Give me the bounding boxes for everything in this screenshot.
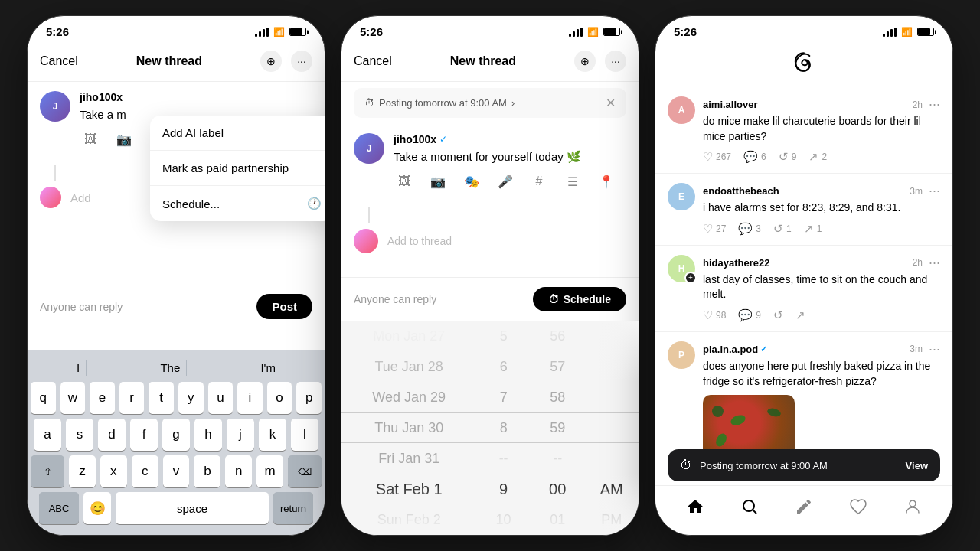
key-a[interactable]: a: [34, 419, 61, 451]
camera-icon-2[interactable]: 📷: [427, 171, 449, 192]
more-post-3[interactable]: ···: [929, 255, 940, 271]
like-post-3[interactable]: ♡ 98: [703, 308, 726, 322]
key-o[interactable]: o: [267, 382, 292, 414]
picker-col-ampm[interactable]: AM PM: [584, 321, 639, 535]
username-post-3[interactable]: hidayathere22: [703, 257, 769, 269]
key-return[interactable]: return: [273, 492, 313, 524]
draft-icon-1[interactable]: ⊕: [260, 51, 282, 72]
image-icon-2[interactable]: 🖼: [394, 171, 415, 192]
key-f[interactable]: f: [130, 419, 158, 451]
key-m[interactable]: m: [256, 455, 283, 487]
battery-3: [917, 28, 934, 36]
username-post-2[interactable]: endoatthebeach: [703, 185, 779, 197]
ampm-space4: [584, 412, 639, 443]
picker-col-hour[interactable]: 5 6 7 8 -- 9 10 11 12 1: [476, 321, 531, 535]
key-t[interactable]: t: [149, 382, 174, 414]
key-x[interactable]: x: [100, 455, 127, 487]
key-l[interactable]: l: [291, 419, 318, 451]
like-post-1[interactable]: ♡ 267: [703, 150, 731, 164]
more-icon-1[interactable]: ···: [291, 51, 312, 72]
more-icon-2[interactable]: ···: [605, 51, 626, 72]
cancel-button-2[interactable]: Cancel: [354, 54, 392, 68]
dropdown-item-ai[interactable]: Add AI label: [150, 116, 325, 151]
feed-scroll[interactable]: A aimi.allover 2h ··· do mice make lil c…: [655, 87, 952, 462]
comment-post-1[interactable]: 💬 6: [743, 150, 766, 164]
nav-likes[interactable]: [843, 491, 874, 522]
hour-9: 9: [476, 474, 531, 504]
cancel-button-1[interactable]: Cancel: [40, 54, 78, 68]
key-abc[interactable]: ABC: [39, 492, 79, 524]
key-n[interactable]: n: [225, 455, 252, 487]
key-q[interactable]: q: [31, 382, 56, 414]
avatar-post-4: P: [668, 341, 695, 369]
share-post-2[interactable]: ↗ 1: [804, 222, 822, 236]
add-thread-row-2[interactable]: Add to thread: [341, 223, 639, 259]
key-u[interactable]: u: [208, 382, 234, 414]
key-i[interactable]: i: [237, 382, 263, 414]
key-shift[interactable]: ⇧: [31, 455, 64, 487]
username-post-4[interactable]: pia.in.a.pod ✓: [703, 344, 767, 355]
hour-6: 6: [476, 351, 531, 382]
schedule-banner[interactable]: ⏱ Posting tomorrow at 9:00 AM › ✕: [354, 88, 626, 118]
key-h[interactable]: h: [194, 419, 222, 451]
suggestion-the[interactable]: The: [154, 360, 187, 376]
schedule-button-2[interactable]: ⏱ Schedule: [533, 287, 626, 311]
comment-post-2[interactable]: 💬 3: [738, 222, 761, 236]
key-g[interactable]: g: [162, 419, 190, 451]
more-post-1[interactable]: ···: [929, 96, 940, 112]
nav-compose[interactable]: [789, 491, 819, 522]
gif-icon-2[interactable]: 🎭: [461, 171, 482, 192]
key-e[interactable]: e: [90, 382, 115, 414]
key-j[interactable]: j: [227, 419, 254, 451]
picker-col-date[interactable]: Mon Jan 27 Tue Jan 28 Wed Jan 29 Thu Jan…: [341, 321, 476, 535]
camera-icon-1[interactable]: 📷: [113, 129, 135, 150]
mic-icon-2[interactable]: 🎤: [495, 171, 516, 192]
key-p[interactable]: p: [296, 382, 322, 414]
picker-col-min[interactable]: 56 57 58 59 -- 00 01 02 03 04: [531, 321, 585, 535]
key-c[interactable]: c: [132, 455, 158, 487]
notif-view-button[interactable]: View: [906, 460, 928, 471]
dropdown-item-partnership[interactable]: Mark as paid partnership: [150, 151, 325, 186]
share-post-1[interactable]: ↗ 2: [808, 150, 827, 164]
ampm-space5: [584, 443, 639, 474]
banner-close[interactable]: ✕: [606, 96, 616, 110]
key-y[interactable]: y: [178, 382, 204, 414]
key-d[interactable]: d: [98, 419, 126, 451]
key-v[interactable]: v: [163, 455, 190, 487]
key-k[interactable]: k: [259, 419, 286, 451]
suggestion-im[interactable]: I'm: [254, 360, 282, 376]
repost-post-1[interactable]: ↺ 9: [779, 150, 797, 164]
repost-post-3[interactable]: ↺: [773, 308, 783, 322]
status-bar-2: 5:26 📶: [341, 16, 639, 44]
hash-icon-2[interactable]: #: [528, 171, 550, 192]
date-picker-2[interactable]: Mon Jan 27 Tue Jan 28 Wed Jan 29 Thu Jan…: [341, 321, 639, 535]
list-icon-2[interactable]: ☰: [562, 171, 583, 192]
key-delete[interactable]: ⌫: [288, 455, 322, 487]
share-post-3[interactable]: ↗: [795, 308, 805, 322]
more-post-2[interactable]: ···: [929, 183, 940, 199]
dropdown-item-schedule[interactable]: Schedule... 🕐: [150, 186, 325, 221]
like-post-2[interactable]: ♡ 27: [703, 222, 726, 236]
suggestion-i[interactable]: I: [70, 360, 87, 376]
key-r[interactable]: r: [119, 382, 145, 414]
key-emoji[interactable]: 😊: [83, 492, 111, 524]
nav-home[interactable]: [680, 491, 710, 522]
key-w[interactable]: w: [60, 382, 86, 414]
action-bar-2: 🖼 📷 🎭 🎤 # ☰ 📍: [394, 165, 626, 198]
more-post-4[interactable]: ···: [929, 341, 940, 357]
nav-profile[interactable]: [897, 491, 928, 522]
username-post-1[interactable]: aimi.allover: [703, 99, 758, 110]
key-b[interactable]: b: [194, 455, 220, 487]
key-space[interactable]: space: [116, 492, 269, 524]
compose-text-2[interactable]: Take a moment for yourself today 🌿: [394, 148, 626, 165]
comment-post-3[interactable]: 💬 9: [738, 308, 761, 322]
nav-search[interactable]: [734, 491, 765, 522]
repost-icon-1: ↺: [779, 150, 789, 164]
repost-post-2[interactable]: ↺ 1: [773, 222, 792, 236]
image-icon-1[interactable]: 🖼: [80, 129, 101, 150]
key-z[interactable]: z: [69, 455, 96, 487]
location-icon-2[interactable]: 📍: [596, 171, 617, 192]
key-s[interactable]: s: [66, 419, 93, 451]
post-button-1[interactable]: Post: [256, 294, 312, 319]
draft-icon-2[interactable]: ⊕: [574, 51, 596, 72]
